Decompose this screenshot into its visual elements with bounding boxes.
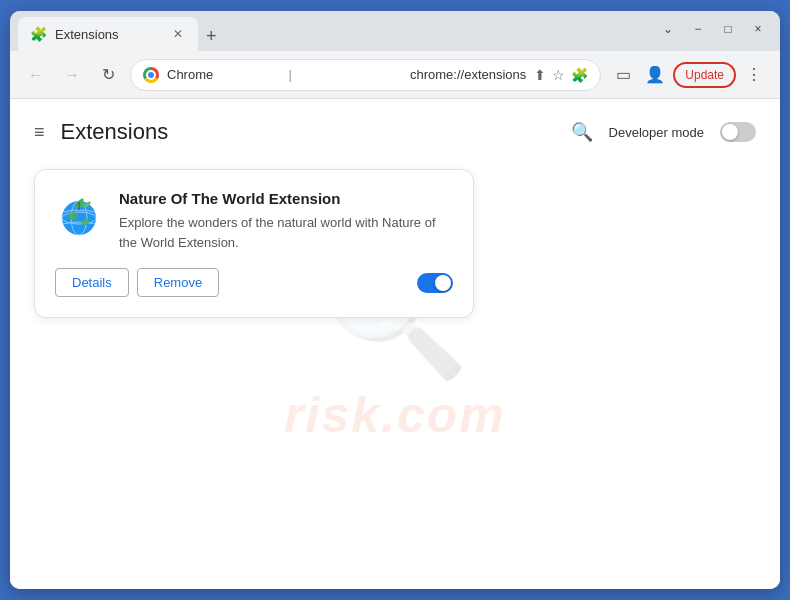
chrome-logo-icon (143, 67, 159, 83)
chrome-label: Chrome (167, 67, 278, 82)
url-separator: | (288, 67, 399, 82)
toggle-track (720, 122, 756, 142)
extension-icon (55, 190, 103, 238)
watermark-text: risk.com (284, 386, 506, 444)
extension-info: Nature Of The World Extension Explore th… (119, 190, 453, 252)
toggle-thumb (722, 124, 738, 140)
extensions-container: Nature Of The World Extension Explore th… (34, 169, 756, 318)
extension-toggle[interactable] (417, 273, 453, 293)
extension-toggle-track (417, 273, 453, 293)
profile-button[interactable]: 👤 (641, 61, 669, 89)
extension-card: Nature Of The World Extension Explore th… (34, 169, 474, 318)
close-button[interactable]: × (744, 15, 772, 43)
tab-label: Extensions (55, 27, 162, 42)
remove-button[interactable]: Remove (137, 268, 219, 297)
extension-name: Nature Of The World Extension (119, 190, 453, 207)
sidebar-toggle-button[interactable]: ▭ (609, 61, 637, 89)
extension-footer: Details Remove (55, 268, 453, 297)
extension-description: Explore the wonders of the natural world… (119, 213, 453, 252)
tab-strip: 🧩 Extensions ✕ + (18, 11, 650, 51)
active-tab[interactable]: 🧩 Extensions ✕ (18, 17, 198, 51)
toolbar-right: ▭ 👤 Update ⋮ (609, 61, 768, 89)
extension-buttons: Details Remove (55, 268, 219, 297)
address-icons: ⬆ ☆ 🧩 (534, 67, 588, 83)
menu-button[interactable]: ⋮ (740, 61, 768, 89)
minimize-button[interactable]: − (684, 15, 712, 43)
maximize-button[interactable]: □ (714, 15, 742, 43)
hamburger-icon[interactable]: ≡ (34, 122, 45, 143)
page-title: Extensions (61, 119, 169, 145)
chevron-down-button[interactable]: ⌄ (654, 15, 682, 43)
title-bar: 🧩 Extensions ✕ + ⌄ − □ × (10, 11, 780, 51)
address-bar[interactable]: Chrome | chrome://extensions ⬆ ☆ 🧩 (130, 59, 601, 91)
tab-close-button[interactable]: ✕ (170, 26, 186, 42)
browser-toolbar: ← → ↻ Chrome | chrome://extensions ⬆ ☆ 🧩… (10, 51, 780, 99)
extension-toggle-thumb (435, 275, 451, 291)
back-button[interactable]: ← (22, 61, 50, 89)
header-right: 🔍 Developer mode (571, 121, 756, 143)
page-title-row: ≡ Extensions (34, 119, 168, 145)
bookmark-icon[interactable]: ☆ (552, 67, 565, 83)
page-header: ≡ Extensions 🔍 Developer mode (34, 119, 756, 145)
svg-point-3 (68, 212, 78, 220)
url-text: chrome://extensions (410, 67, 526, 82)
tab-icon: 🧩 (30, 26, 47, 42)
developer-mode-label: Developer mode (609, 125, 704, 140)
browser-window: 🧩 Extensions ✕ + ⌄ − □ × ← → ↻ Chrome | … (10, 11, 780, 589)
details-button[interactable]: Details (55, 268, 129, 297)
search-icon[interactable]: 🔍 (571, 121, 593, 143)
reload-button[interactable]: ↻ (94, 61, 122, 89)
extensions-icon[interactable]: 🧩 (571, 67, 588, 83)
new-tab-button[interactable]: + (198, 26, 225, 47)
extension-header: Nature Of The World Extension Explore th… (55, 190, 453, 252)
page-content: 🔍 risk.com ≡ Extensions 🔍 Developer mode (10, 99, 780, 589)
share-icon[interactable]: ⬆ (534, 67, 546, 83)
svg-point-4 (81, 219, 89, 225)
forward-button[interactable]: → (58, 61, 86, 89)
update-button[interactable]: Update (673, 62, 736, 88)
window-controls: ⌄ − □ × (654, 15, 772, 43)
developer-mode-toggle[interactable] (720, 122, 756, 142)
